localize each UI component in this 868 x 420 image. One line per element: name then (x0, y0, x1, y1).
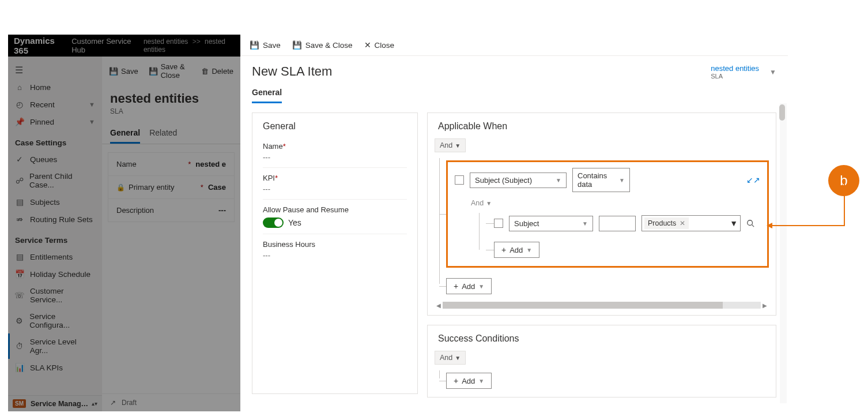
app-picker[interactable]: SM Service Managem... ▴▾ (8, 395, 102, 411)
inner-attribute-dropdown[interactable]: Subject ▼ (509, 216, 593, 231)
close-button[interactable]: ✕Close (364, 40, 395, 50)
outer-add-button[interactable]: + Add ▼ (446, 278, 492, 294)
general-card: General Name* --- KPI* --- Allow Pause a… (252, 112, 418, 394)
field-allow-pause[interactable]: Allow Pause and Resume Yes (263, 200, 407, 234)
field-business-hours[interactable]: Business Hours --- (263, 234, 407, 265)
bg-save-button[interactable]: 💾Save (109, 67, 138, 76)
lookup-tag-products: Products ✕ (644, 217, 689, 229)
sidebar: ☰ ⌂ Home ◴ Recent ▼ 📌 Pinned ▼ Case Sett… (8, 57, 102, 411)
flyout-command-bar: 💾Save 💾Save & Close ✕Close (240, 35, 788, 56)
queues-icon: ✓ (15, 155, 24, 164)
app-brand: Dynamics 365 (14, 36, 63, 55)
tab-general[interactable]: General (252, 83, 282, 103)
plus-icon: + (454, 376, 458, 385)
sidebar-item-entitlements[interactable]: ▤Entitlements (8, 248, 102, 265)
sidebar-item-holiday[interactable]: 📅Holiday Schedule (8, 265, 102, 283)
sidebar-item-pinned[interactable]: 📌 Pinned ▼ (8, 113, 102, 130)
inner-condition-checkbox[interactable] (494, 219, 503, 228)
inner-operator-dropdown[interactable] (599, 216, 636, 231)
clock-icon: ◴ (15, 100, 24, 109)
plus-icon: + (454, 282, 458, 291)
scroll-left-icon[interactable]: ◀ (435, 302, 443, 309)
chevron-down-icon: ▼ (526, 247, 532, 253)
bg-tab-related[interactable]: Related (149, 123, 177, 144)
gear-icon: ⚙ (15, 316, 24, 325)
inner-add-button[interactable]: + Add ▼ (494, 242, 539, 258)
search-icon[interactable] (746, 219, 754, 227)
save-button[interactable]: 💾Save (250, 40, 281, 50)
plus-icon: + (501, 245, 506, 254)
save-icon: 💾 (109, 67, 118, 76)
sidebar-item-sla[interactable]: ⏱Service Level Agr... (8, 333, 102, 359)
sidebar-section-case: Case Settings (8, 130, 102, 151)
bg-field-primary-entity[interactable]: 🔒 Primary entity * Case (108, 176, 234, 199)
chevron-down-icon: ▼ (730, 219, 738, 228)
subjects-icon: ▤ (15, 197, 24, 207)
home-icon: ⌂ (15, 83, 24, 92)
operator-dropdown[interactable]: Contains data ▼ (572, 168, 630, 192)
bg-tab-general[interactable]: General (110, 123, 140, 144)
chevron-down-icon[interactable]: ▼ (769, 68, 776, 76)
applicable-when-card: Applicable When And ▼ Subject (427, 112, 776, 316)
condition-checkbox[interactable] (455, 175, 464, 185)
sidebar-section-service: Service Terms (8, 228, 102, 248)
general-card-title: General (252, 113, 417, 136)
sidebar-item-parent-child[interactable]: ☍Parent Child Case... (8, 168, 102, 193)
sidebar-item-customer-service[interactable]: ☏Customer Service... (8, 283, 102, 308)
popout-icon[interactable]: ↗ (110, 399, 116, 407)
success-conditions-card: Success Conditions And ▼ + Add ▼ (427, 325, 776, 397)
sidebar-label-pinned: Pinned (30, 118, 54, 126)
bg-save-close-button[interactable]: 💾Save & Close (149, 62, 191, 80)
chevron-updown-icon: ▴▾ (92, 400, 97, 407)
hub-name[interactable]: Customer Service Hub (71, 37, 137, 54)
toggle-allow-pause[interactable] (263, 217, 284, 228)
collapse-icon[interactable]: ↙↗ (746, 175, 760, 185)
success-and-operator[interactable]: And ▼ (435, 351, 466, 365)
chevron-down-icon: ▼ (89, 118, 95, 125)
vertical-scrollbar[interactable] (780, 103, 787, 403)
save-icon: 💾 (250, 40, 259, 50)
applicable-when-title: Applicable When (428, 113, 776, 138)
sidebar-item-queues[interactable]: ✓Queues (8, 151, 102, 168)
success-title: Success Conditions (428, 325, 776, 351)
calendar-icon: 📅 (15, 269, 24, 279)
entitlements-icon: ▤ (15, 252, 24, 261)
status-text: Draft (122, 399, 137, 407)
sidebar-item-home[interactable]: ⌂ Home (8, 79, 102, 96)
inner-and-operator[interactable]: And ▼ (471, 198, 492, 208)
bg-field-name[interactable]: Name * nested e (108, 153, 234, 176)
sla-icon: ⏱ (15, 342, 24, 351)
page-title: New SLA Item (252, 64, 332, 79)
header-related-record[interactable]: nested entities SLA ▼ (711, 64, 776, 80)
field-name[interactable]: Name* --- (263, 136, 407, 168)
sidebar-item-service-config[interactable]: ⚙Service Configura... (8, 308, 102, 333)
chevron-down-icon: ▼ (455, 142, 461, 149)
root-and-operator[interactable]: And ▼ (435, 138, 466, 152)
sidebar-item-sla-kpis[interactable]: 📊SLA KPIs (8, 359, 102, 376)
breadcrumb-item-1[interactable]: nested entities (144, 38, 188, 46)
sidebar-item-recent[interactable]: ◴ Recent ▼ (8, 96, 102, 113)
scroll-right-icon[interactable]: ▶ (761, 302, 769, 309)
field-kpi[interactable]: KPI* --- (263, 168, 407, 200)
attribute-dropdown[interactable]: Subject (Subject) ▼ (470, 172, 567, 188)
tree-icon: ☍ (15, 176, 24, 185)
chevron-down-icon: ▼ (478, 283, 484, 290)
bg-delete-button[interactable]: 🗑Delete (201, 67, 233, 76)
sidebar-item-subjects[interactable]: ▤Subjects (8, 193, 102, 211)
success-add-button[interactable]: + Add ▼ (446, 373, 492, 389)
sidebar-item-routing[interactable]: ⇏Routing Rule Sets (8, 211, 102, 228)
bg-status-bar: ↗ Draft (102, 393, 240, 411)
quick-create-flyout: 💾Save 💾Save & Close ✕Close New SLA Item … (240, 35, 788, 411)
hamburger-icon[interactable]: ☰ (8, 61, 102, 79)
routing-icon: ⇏ (15, 215, 24, 224)
bg-field-description[interactable]: Description --- (108, 199, 234, 222)
header-link: nested entities (711, 64, 759, 73)
horizontal-scrollbar[interactable]: ◀ ▶ (435, 301, 769, 309)
bg-record-subtitle: SLA (102, 107, 240, 123)
save-close-button[interactable]: 💾Save & Close (292, 40, 353, 50)
header-sub: SLA (711, 73, 759, 80)
value-lookup-input[interactable]: Products ✕ ▼ (641, 215, 741, 231)
chevron-down-icon: ▼ (89, 101, 95, 108)
sidebar-label-home: Home (30, 83, 51, 92)
remove-tag-icon[interactable]: ✕ (680, 219, 685, 227)
